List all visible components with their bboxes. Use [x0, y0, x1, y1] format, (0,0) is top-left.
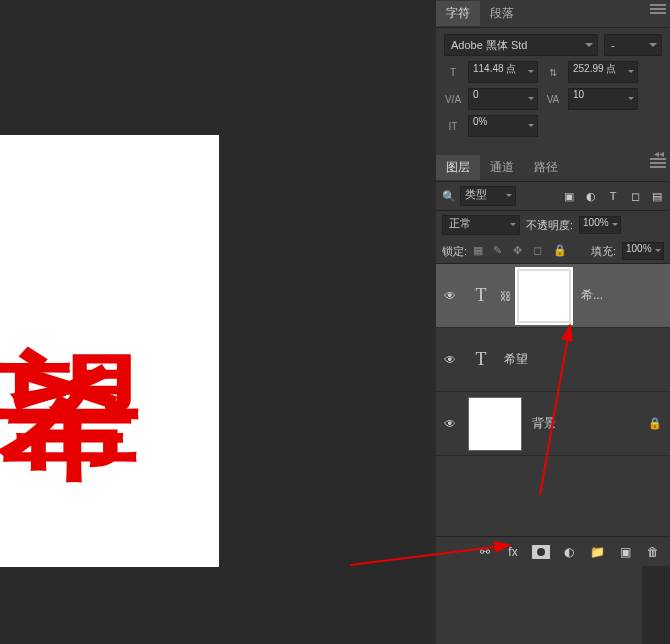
filter-type-dropdown[interactable]: 类型	[460, 186, 516, 206]
char-tabs: 字符 段落	[436, 0, 670, 28]
lock-label: 锁定:	[442, 244, 467, 259]
canvas[interactable]: 希望	[0, 135, 219, 567]
font-style-dropdown[interactable]: -	[604, 34, 662, 56]
lock-artboard-icon[interactable]: ◻	[533, 244, 547, 258]
new-layer-icon[interactable]: ▣	[616, 543, 634, 561]
tracking-input[interactable]: 10	[568, 88, 638, 110]
font-size-input[interactable]: 114.48 点	[468, 61, 538, 83]
lock-indicator-icon: 🔒	[648, 417, 662, 430]
blend-mode-dropdown[interactable]: 正常	[442, 215, 520, 235]
text-layer-icon: T	[468, 347, 494, 373]
filter-adjustment-icon[interactable]: ◐	[584, 189, 598, 203]
tab-channels[interactable]: 通道	[480, 155, 524, 180]
group-icon[interactable]: 📁	[588, 543, 606, 561]
lock-pixels-icon[interactable]: ✎	[493, 244, 507, 258]
character-panel: 字符 段落 Adobe 黑体 Std - T 114.48 点 ⇅ 252.99…	[436, 0, 670, 148]
layer-name[interactable]: 背景	[532, 415, 556, 432]
search-icon: 🔍	[442, 190, 456, 203]
tracking-icon: VA	[544, 94, 562, 105]
text-layer-icon: T	[468, 283, 494, 309]
lock-position-icon[interactable]: ✥	[513, 244, 527, 258]
link-layers-icon[interactable]: ⚯	[476, 543, 494, 561]
lock-transparency-icon[interactable]: ▦	[473, 244, 487, 258]
leading-icon: ⇅	[544, 67, 562, 78]
filter-shape-icon[interactable]: ◻	[628, 189, 642, 203]
tab-layers[interactable]: 图层	[436, 155, 480, 180]
tab-paragraph[interactable]: 段落	[480, 1, 524, 26]
filter-type-icon[interactable]: T	[606, 189, 620, 203]
visibility-icon[interactable]: 👁	[444, 289, 458, 303]
kerning-input[interactable]: 0	[468, 88, 538, 110]
panel-menu-icon[interactable]	[650, 8, 666, 10]
layer-row[interactable]: 👁 T 希望	[436, 328, 670, 392]
layers-panel: ◂◂ 图层 通道 路径 🔍 类型 ▣ ◐ T ◻ ▤ 正常 不透明度: 100%…	[436, 154, 670, 567]
lock-all-icon[interactable]: 🔒	[553, 244, 567, 258]
add-mask-button[interactable]	[532, 545, 550, 559]
filter-pixel-icon[interactable]: ▣	[562, 189, 576, 203]
link-icon: ⛓	[500, 290, 511, 302]
adjustment-layer-icon[interactable]: ◐	[560, 543, 578, 561]
leading-input[interactable]: 252.99 点	[568, 61, 638, 83]
layers-bottom-bar: ⚯ fx ◐ 📁 ▣ 🗑	[436, 536, 670, 567]
filter-smart-icon[interactable]: ▤	[650, 189, 664, 203]
kerning-icon: V/A	[444, 94, 462, 105]
vertical-scale-input[interactable]: 0%	[468, 115, 538, 137]
layer-style-icon[interactable]: fx	[504, 543, 522, 561]
panel-menu-icon[interactable]	[650, 162, 666, 164]
visibility-icon[interactable]: 👁	[444, 417, 458, 431]
layer-row[interactable]: 👁 背景 🔒	[436, 392, 670, 456]
layer-list: 👁 T ⛓ 希... 👁 T 希望 👁 背景	[436, 264, 670, 456]
visibility-icon[interactable]: 👁	[444, 353, 458, 367]
fill-input[interactable]: 100%	[622, 242, 664, 260]
layer-row[interactable]: 👁 T ⛓ 希...	[436, 264, 670, 328]
layer-name[interactable]: 希...	[581, 287, 603, 304]
font-family-dropdown[interactable]: Adobe 黑体 Std	[444, 34, 598, 56]
layer-thumbnail[interactable]	[468, 397, 522, 451]
scale-icon: IT	[444, 121, 462, 132]
opacity-label: 不透明度:	[526, 218, 573, 233]
delete-icon[interactable]: 🗑	[644, 543, 662, 561]
mask-thumbnail[interactable]	[517, 269, 571, 323]
layer-name[interactable]: 希望	[504, 351, 528, 368]
layer-empty-area[interactable]	[436, 456, 670, 536]
tab-character[interactable]: 字符	[436, 1, 480, 26]
opacity-input[interactable]: 100%	[579, 216, 621, 234]
tab-paths[interactable]: 路径	[524, 155, 568, 180]
font-size-icon: T	[444, 67, 462, 78]
fill-label: 填充:	[591, 244, 616, 259]
side-strip	[642, 566, 670, 644]
filter-row: 🔍 类型 ▣ ◐ T ◻ ▤	[436, 182, 670, 211]
